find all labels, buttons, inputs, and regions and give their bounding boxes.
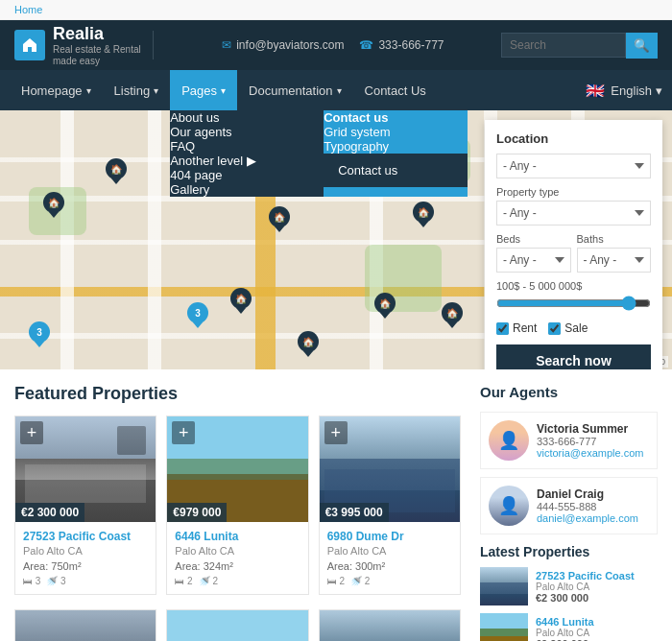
language-selector[interactable]: English ▾ bbox=[611, 83, 662, 98]
map-pin-1[interactable]: 🏠 bbox=[43, 192, 64, 213]
breadcrumb: Home bbox=[0, 0, 672, 20]
brand-tagline: Real estate & Rentalmade easy bbox=[53, 44, 141, 67]
map-pin-9[interactable]: 🏠 bbox=[442, 302, 463, 323]
baths-field: Baths - Any - bbox=[577, 233, 652, 273]
properties-grid-2: €895 000 €500 bbox=[14, 609, 461, 641]
dd-404-page[interactable]: 404 page bbox=[170, 168, 324, 182]
breadcrumb-home[interactable]: Home bbox=[14, 4, 42, 15]
dd-our-agents-label: Our agents bbox=[170, 125, 231, 139]
agent-card-2: 👤 Daniel Craig 444-555-888 daniel@exampl… bbox=[480, 477, 658, 534]
dd-another-level[interactable]: Another level ▶ Contact us bbox=[170, 154, 324, 168]
language-label: English bbox=[611, 83, 652, 98]
map-pin-2[interactable]: 🏠 bbox=[106, 158, 127, 179]
latest-loc-1: Palo Alto CA bbox=[536, 582, 658, 592]
property-sm-img-2: €500 bbox=[167, 610, 307, 641]
bath-icon-2: 🚿 2 bbox=[199, 576, 218, 586]
agent-email-2[interactable]: daniel@example.com bbox=[537, 512, 649, 524]
brand-name: Realia bbox=[53, 24, 141, 44]
dd-about-us[interactable]: About us bbox=[170, 110, 324, 125]
search-panel-title: Location bbox=[496, 131, 651, 146]
plus-icon-2[interactable]: + bbox=[172, 421, 195, 444]
nav-listing-label: Listing bbox=[114, 83, 151, 98]
latest-img-art-2 bbox=[480, 613, 528, 641]
map-pin-4[interactable]: 🏠 bbox=[269, 206, 290, 227]
dd-404-label: 404 page bbox=[170, 168, 222, 182]
dd-contact-us[interactable]: Contact us bbox=[324, 154, 468, 187]
property-price-1: €2 300 000 bbox=[15, 503, 84, 522]
plus-icon-3[interactable]: + bbox=[324, 421, 348, 444]
property-amenities-2: 🛏 2 🚿 2 bbox=[175, 576, 300, 586]
map-pin-7[interactable]: 3 bbox=[29, 321, 50, 343]
property-image-2: €979 000 + bbox=[167, 416, 307, 522]
agent-info-2: Daniel Craig 444-555-888 daniel@example.… bbox=[537, 487, 649, 524]
search-panel: Location - Any - Property type - Any - B… bbox=[485, 120, 662, 369]
dd-faq[interactable]: FAQ bbox=[170, 139, 324, 154]
map-pin-6[interactable]: 🏠 bbox=[298, 331, 319, 352]
dd-typography[interactable]: Typography bbox=[324, 139, 468, 154]
property-sm-art-3 bbox=[320, 610, 460, 641]
sale-label: Sale bbox=[564, 321, 588, 335]
nav-documentation-label: Documentation bbox=[249, 83, 332, 98]
checkboxes: Rent Sale bbox=[496, 321, 651, 335]
nav-pages-label: Pages bbox=[181, 83, 217, 98]
search-button[interactable]: 🔍 bbox=[626, 33, 658, 59]
property-name-1[interactable]: 27523 Pacific Coast bbox=[23, 530, 148, 543]
rent-checkbox[interactable] bbox=[496, 322, 509, 335]
plus-icon[interactable]: + bbox=[20, 421, 43, 444]
chevron-down-icon: ▾ bbox=[656, 83, 662, 98]
email-text: info@byaviators.com bbox=[236, 38, 344, 52]
search-now-button[interactable]: Search now bbox=[496, 344, 651, 369]
baths-select[interactable]: - Any - bbox=[577, 248, 652, 273]
property-card-3: €3 995 000 + 6980 Dume Dr Palo Alto CA A… bbox=[319, 415, 461, 595]
sale-checkbox[interactable] bbox=[548, 322, 561, 335]
sale-checkbox-label[interactable]: Sale bbox=[548, 321, 588, 335]
dd-contact-us-main[interactable]: Contact us bbox=[324, 110, 468, 125]
property-location-3: Palo Alto CA bbox=[327, 545, 452, 557]
property-type-label: Property type bbox=[496, 186, 651, 198]
bath-icon: 🚿 3 bbox=[46, 576, 65, 586]
property-name-2[interactable]: 6446 Lunita bbox=[175, 530, 300, 543]
dd-gallery[interactable]: Gallery bbox=[170, 182, 324, 197]
property-card-1: €2 300 000 + 27523 Pacific Coast Palo Al… bbox=[14, 415, 156, 595]
rent-checkbox-label[interactable]: Rent bbox=[496, 321, 537, 335]
agent-email-1[interactable]: victoria@example.com bbox=[537, 447, 649, 459]
property-name-3[interactable]: 6980 Dume Dr bbox=[327, 530, 452, 543]
latest-name-1[interactable]: 27523 Pacific Coast bbox=[536, 570, 658, 582]
agent-phone-1: 333-666-777 bbox=[537, 436, 649, 447]
dd-grid-system[interactable]: Grid system bbox=[324, 125, 468, 139]
latest-price-2: €2 300 000 bbox=[536, 638, 658, 642]
bath-icon-3: 🚿 2 bbox=[350, 576, 370, 586]
location-select[interactable]: - Any - bbox=[496, 154, 651, 178]
sub-menu: Contact us bbox=[324, 154, 468, 187]
map-pin-3[interactable]: 3 bbox=[187, 302, 208, 323]
map-pin-10[interactable]: 🏠 bbox=[374, 293, 396, 314]
latest-name-2[interactable]: 6446 Lunita bbox=[536, 616, 658, 628]
baths-label: Baths bbox=[577, 233, 652, 245]
map-pin-5[interactable]: 🏠 bbox=[230, 288, 252, 309]
dd-gallery-label: Gallery bbox=[170, 182, 209, 197]
agent-name-1: Victoria Summer bbox=[537, 422, 649, 436]
price-range-slider[interactable] bbox=[496, 296, 651, 311]
property-image-3: €3 995 000 + bbox=[320, 416, 460, 522]
latest-img-2 bbox=[480, 613, 528, 641]
property-area-1: Area: 750m² bbox=[23, 560, 148, 572]
search-input[interactable] bbox=[501, 33, 626, 58]
latest-item-1: 27523 Pacific Coast Palo Alto CA €2 300 … bbox=[480, 567, 658, 605]
property-sm-art-1 bbox=[15, 610, 156, 641]
dd-our-agents[interactable]: Our agents bbox=[170, 125, 324, 139]
property-body-1: 27523 Pacific Coast Palo Alto CA Area: 7… bbox=[15, 522, 156, 594]
dd-faq-label: FAQ bbox=[170, 139, 195, 154]
map-pin-8[interactable]: 🏠 bbox=[413, 202, 434, 223]
property-type-select[interactable]: - Any - bbox=[496, 201, 651, 226]
nav-pages[interactable]: Pages ▾ About us Our agents FAQ Another … bbox=[170, 70, 237, 110]
nav-contact-us[interactable]: Contact Us bbox=[353, 70, 438, 110]
nav-documentation[interactable]: Documentation ▾ bbox=[237, 70, 352, 110]
latest-title: Latest Properties bbox=[480, 544, 658, 559]
agent-name-2: Daniel Craig bbox=[537, 487, 649, 501]
beds-select[interactable]: - Any - bbox=[496, 248, 571, 273]
featured-section: Featured Properties €2 300 000 + 27523 P… bbox=[14, 384, 461, 641]
nav-listing[interactable]: Listing ▾ bbox=[103, 70, 171, 110]
property-area-3: Area: 300m² bbox=[327, 560, 452, 572]
property-sm-img-1: €895 000 bbox=[15, 610, 156, 641]
nav-homepage[interactable]: Homepage ▾ bbox=[10, 70, 103, 110]
